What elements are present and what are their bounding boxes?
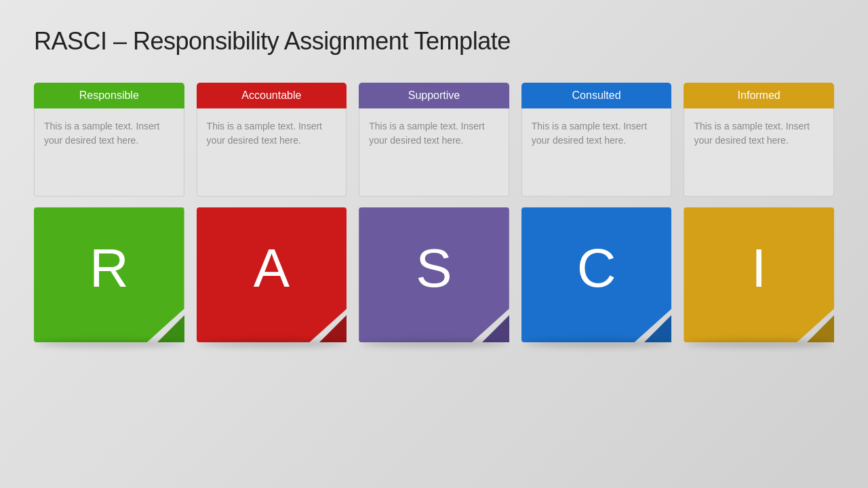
text-accountable: This is a sample text. Insert your desir… — [197, 108, 347, 197]
text-informed: This is a sample text. Insert your desir… — [684, 108, 834, 197]
letter-responsible: R — [90, 241, 129, 296]
card-shadow-responsible — [37, 340, 182, 348]
card-shadow-informed — [686, 340, 831, 348]
column-supportive: SupportiveThis is a sample text. Insert … — [359, 83, 509, 474]
header-responsible: Responsible — [34, 83, 184, 108]
fold-corner-consulted — [644, 315, 671, 342]
fold-corner-accountable — [319, 315, 347, 342]
card-wrapper-supportive: S — [359, 207, 509, 342]
fold-corner-supportive — [482, 315, 509, 342]
card-wrapper-informed: I — [684, 207, 834, 342]
header-supportive: Supportive — [359, 83, 509, 108]
card-shadow-supportive — [361, 340, 507, 348]
card-wrapper-consulted: C — [521, 207, 672, 342]
card-wrapper-accountable: A — [197, 207, 347, 342]
column-accountable: AccountableThis is a sample text. Insert… — [197, 83, 347, 474]
column-responsible: ResponsibleThis is a sample text. Insert… — [34, 83, 184, 474]
card-accountable: A — [197, 207, 347, 342]
card-supportive: S — [359, 207, 509, 342]
column-informed: InformedThis is a sample text. Insert yo… — [684, 83, 834, 474]
text-consulted: This is a sample text. Insert your desir… — [521, 108, 672, 197]
text-supportive: This is a sample text. Insert your desir… — [359, 108, 509, 197]
letter-informed: I — [751, 241, 766, 296]
page-title: RASCI – Responsibility Assignment Templa… — [34, 27, 511, 56]
fold-corner-informed — [807, 315, 834, 342]
letter-consulted: C — [577, 241, 616, 296]
text-responsible: This is a sample text. Insert your desir… — [34, 108, 184, 197]
card-shadow-accountable — [199, 340, 344, 348]
letter-accountable: A — [254, 241, 290, 296]
header-consulted: Consulted — [521, 83, 672, 108]
card-responsible: R — [34, 207, 184, 342]
card-informed: I — [684, 207, 834, 342]
rasci-columns: ResponsibleThis is a sample text. Insert… — [34, 83, 834, 474]
card-shadow-consulted — [524, 340, 669, 348]
fold-corner-responsible — [157, 315, 184, 342]
letter-supportive: S — [416, 241, 452, 296]
card-wrapper-responsible: R — [34, 207, 184, 342]
header-informed: Informed — [684, 83, 834, 108]
card-consulted: C — [521, 207, 672, 342]
column-consulted: ConsultedThis is a sample text. Insert y… — [521, 83, 672, 474]
header-accountable: Accountable — [197, 83, 347, 108]
